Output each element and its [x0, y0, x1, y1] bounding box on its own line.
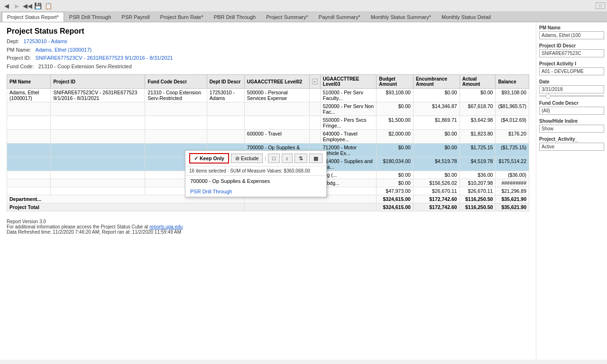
- tab-project-summary[interactable]: Project Summary*: [261, 12, 313, 22]
- right-panel-project-id: Project ID Descr SNIFARE677523C: [539, 43, 604, 57]
- tab-project-status-report[interactable]: Project Status Report*: [2, 12, 64, 22]
- back-icon[interactable]: ◀: [2, 1, 11, 10]
- table-cell: ($36.00): [496, 171, 529, 179]
- right-panel-fund-code: Fund Code Descr (All): [539, 100, 604, 115]
- table-cell: $176.20: [496, 130, 529, 144]
- table-cell: [7, 157, 51, 171]
- show-hide-filter-label: Show/Hide Indire: [539, 118, 604, 124]
- forward-icon[interactable]: ▶: [12, 1, 22, 10]
- project-activity-filter-value[interactable]: A01 - DEVELOPME: [539, 67, 604, 75]
- filter-icon-btn[interactable]: ⇅: [294, 154, 307, 163]
- table-cell: [7, 130, 51, 144]
- keep-only-label: Keep Only: [200, 155, 224, 161]
- context-menu: ✓ Keep Only ⊘ Exclude | □ ↕ ⇅ ▦ 16 items…: [185, 150, 327, 197]
- table-cell: $93,108.00: [496, 89, 529, 102]
- table-cell: $175,514.22: [496, 157, 529, 171]
- dept-label: Dept:: [7, 38, 19, 44]
- export-icon[interactable]: 📋: [44, 1, 53, 10]
- project-id-value: SNIFARE677523CV - 2631RE677523 9/1/2016 …: [36, 55, 173, 61]
- report-title: Project Status Report: [7, 27, 529, 36]
- table-icon-btn[interactable]: ▦: [309, 154, 322, 163]
- table-cell: $26,670.11: [413, 187, 460, 195]
- project-id-filter-value[interactable]: SNIFARE677523C: [539, 49, 604, 57]
- context-menu-drill-through[interactable]: PSR Drill Through: [185, 186, 326, 197]
- table-cell: $0.00: [413, 171, 460, 179]
- dept-total-actual: $116,250.50: [460, 195, 496, 203]
- context-menu-item1[interactable]: 700000 - Op Supplies & Expenses: [185, 176, 326, 186]
- context-menu-toolbar: ✓ Keep Only ⊘ Exclude | □ ↕ ⇅ ▦: [185, 151, 326, 166]
- tab-monthly-status-summary[interactable]: Monthly Status Summary*: [366, 12, 436, 22]
- fund-code-value: 21310 - Coop Extension Serv-Restricted: [38, 64, 132, 69]
- table-cell: ($4,012.69): [496, 116, 529, 130]
- table-cell: 550000 - Pers Svcs Fringe...: [320, 116, 376, 130]
- fund-code-filter-value[interactable]: (All): [539, 107, 604, 115]
- table-cell: [7, 179, 51, 187]
- dept-total-budget: $324,615.00: [377, 195, 414, 203]
- table-cell: [145, 102, 207, 116]
- square-icon-btn[interactable]: □: [268, 154, 279, 163]
- pm-name-filter-value[interactable]: Adams, Ethel (100: [539, 31, 604, 39]
- project-total-empty: [244, 203, 376, 211]
- checkmark-icon: ✓: [194, 155, 198, 161]
- col-dept-id: Dept ID Descr: [207, 75, 244, 89]
- fund-code-filter-label: Fund Code Descr: [539, 100, 604, 106]
- refresh-text: Data Refreshed time: 11/2/2020 7:46:20 A…: [7, 229, 529, 235]
- table-cell: [51, 116, 145, 130]
- col-fund-code: Fund Code Descr: [145, 75, 207, 89]
- table-cell: 640000 - Travel Employee...: [320, 130, 376, 144]
- tab-pbr-drill-through[interactable]: PBR Drill Through: [209, 12, 261, 22]
- project-activity2-filter-value[interactable]: Active: [539, 143, 604, 151]
- show-hide-filter-value[interactable]: Show: [539, 125, 604, 133]
- table-cell: [309, 89, 320, 102]
- fund-code-label: Fund Code:: [7, 64, 34, 69]
- exclude-button[interactable]: ⊘ Exclude: [231, 154, 263, 163]
- main-layout: Project Status Report Dept: 17253010 - A…: [0, 22, 607, 360]
- table-cell: [51, 130, 145, 144]
- table-cell: [145, 116, 207, 130]
- expand-icon[interactable]: -: [312, 79, 318, 84]
- save-icon[interactable]: 💾: [33, 1, 43, 10]
- tab-project-burn-rate[interactable]: Project Burn Rate*: [155, 12, 209, 22]
- window-controls[interactable]: □: [596, 2, 605, 9]
- table-cell: [7, 102, 51, 116]
- col-budget: Budget Amount: [377, 75, 414, 89]
- table-cell: [244, 116, 309, 130]
- table-cell: $26,670.11: [460, 187, 496, 195]
- info-text: For additional information please access…: [7, 224, 148, 229]
- table-cell: $4,519.78: [413, 157, 460, 171]
- sort-icon-btn[interactable]: ↕: [282, 154, 293, 163]
- back2-icon[interactable]: ◀◀: [23, 1, 32, 10]
- tab-payroll-summary[interactable]: Payroll Summary*: [313, 12, 366, 22]
- table-cell: $180,034.00: [377, 157, 414, 171]
- table-cell: $0.00: [413, 130, 460, 144]
- table-cell: 600000 - Travel: [244, 130, 309, 144]
- date-filter-value[interactable]: 3/31/2018: [539, 85, 604, 93]
- report-info: For additional information please access…: [7, 224, 529, 229]
- date-slider-track: [539, 95, 604, 97]
- col-encumbrance: Encumbrance Amount: [413, 75, 460, 89]
- right-panel-project-activity: Project Activity I A01 - DEVELOPME: [539, 61, 604, 75]
- table-cell: $1,869.71: [413, 116, 460, 130]
- keep-only-button[interactable]: ✓ Keep Only: [189, 153, 229, 164]
- project-total-actual: $116,250.50: [460, 203, 496, 211]
- col-expand: -: [309, 75, 320, 89]
- dept-value: 17253010 - Adams: [23, 38, 67, 44]
- tab-bar: Project Status Report* PSR Drill Through…: [0, 12, 607, 22]
- table-cell: $4,519.78: [460, 157, 496, 171]
- project-total-balance: $35,621.90: [496, 203, 529, 211]
- table-cell: [207, 116, 244, 130]
- tab-psr-drill-through[interactable]: PSR Drill Through: [64, 12, 116, 22]
- table-cell: ...bdg...: [320, 179, 376, 187]
- tab-psr-payroll[interactable]: PSR Payroll: [116, 12, 155, 22]
- date-slider-thumb[interactable]: [546, 94, 551, 99]
- reports-link[interactable]: reports.uga.edu: [149, 224, 183, 229]
- tab-monthly-status-detail[interactable]: Monthly Status Detail: [436, 12, 496, 22]
- table-cell: #########: [496, 179, 529, 187]
- table-cell: $1,725.15: [460, 144, 496, 157]
- project-total-label: Project Total: [7, 203, 245, 211]
- table-cell: $0.00: [413, 144, 460, 157]
- table-cell: ($1,725.15): [496, 144, 529, 157]
- table-cell: $0.00: [460, 89, 496, 102]
- dept-total-encumbrance: $172,742.60: [413, 195, 460, 203]
- table-cell: $67,618.70: [460, 102, 496, 116]
